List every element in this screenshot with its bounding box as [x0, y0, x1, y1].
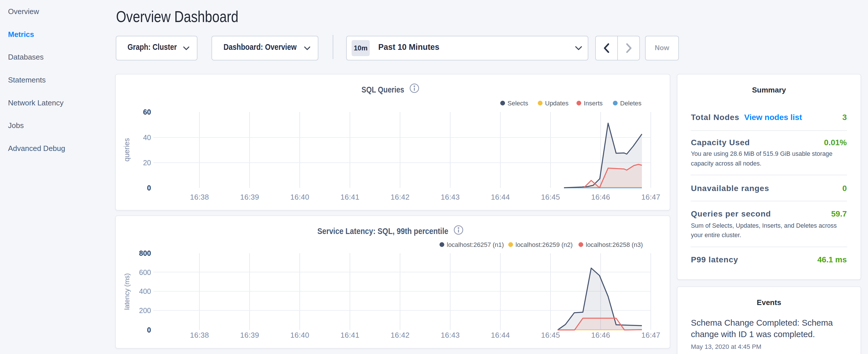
svg-text:16:47: 16:47	[641, 331, 660, 340]
svg-text:localhost:26257 (n1): localhost:26257 (n1)	[447, 241, 504, 248]
svg-text:16:40: 16:40	[290, 193, 309, 201]
svg-text:20: 20	[143, 159, 151, 167]
svg-text:16:45: 16:45	[541, 193, 560, 201]
svg-text:200: 200	[139, 307, 151, 315]
svg-text:16:39: 16:39	[240, 193, 259, 201]
svg-text:16:44: 16:44	[491, 331, 510, 340]
svg-text:16:41: 16:41	[340, 193, 359, 201]
svg-text:0: 0	[147, 184, 151, 192]
svg-text:600: 600	[139, 268, 151, 277]
svg-text:16:44: 16:44	[491, 193, 510, 201]
svg-text:60: 60	[143, 108, 151, 116]
svg-text:Deletes: Deletes	[620, 100, 642, 107]
svg-text:localhost:26259 (n2): localhost:26259 (n2)	[516, 241, 572, 248]
svg-text:40: 40	[143, 133, 151, 141]
svg-text:Selects: Selects	[507, 100, 528, 107]
svg-text:16:42: 16:42	[391, 331, 409, 340]
svg-text:Inserts: Inserts	[584, 100, 602, 107]
svg-text:localhost:26258 (n3): localhost:26258 (n3)	[586, 241, 643, 248]
svg-text:16:38: 16:38	[190, 331, 209, 340]
svg-text:16:38: 16:38	[190, 193, 209, 201]
svg-text:latency (ms): latency (ms)	[123, 273, 131, 310]
svg-text:16:45: 16:45	[541, 331, 560, 340]
svg-text:16:43: 16:43	[441, 331, 460, 340]
svg-text:16:43: 16:43	[441, 193, 460, 201]
svg-text:400: 400	[139, 287, 151, 295]
svg-text:16:46: 16:46	[591, 331, 610, 340]
svg-text:16:40: 16:40	[290, 331, 309, 340]
svg-text:SQL Queries: SQL Queries	[362, 85, 404, 94]
svg-text:16:47: 16:47	[641, 193, 660, 201]
svg-text:queries: queries	[123, 138, 131, 162]
svg-text:0: 0	[147, 326, 151, 334]
svg-text:16:39: 16:39	[240, 331, 259, 340]
svg-text:16:41: 16:41	[340, 331, 359, 340]
svg-text:16:42: 16:42	[391, 193, 409, 201]
svg-text:800: 800	[139, 249, 151, 257]
svg-text:Service Latency: SQL, 99th per: Service Latency: SQL, 99th percentile	[317, 226, 448, 236]
svg-text:16:46: 16:46	[591, 193, 610, 201]
svg-text:Updates: Updates	[545, 100, 568, 107]
